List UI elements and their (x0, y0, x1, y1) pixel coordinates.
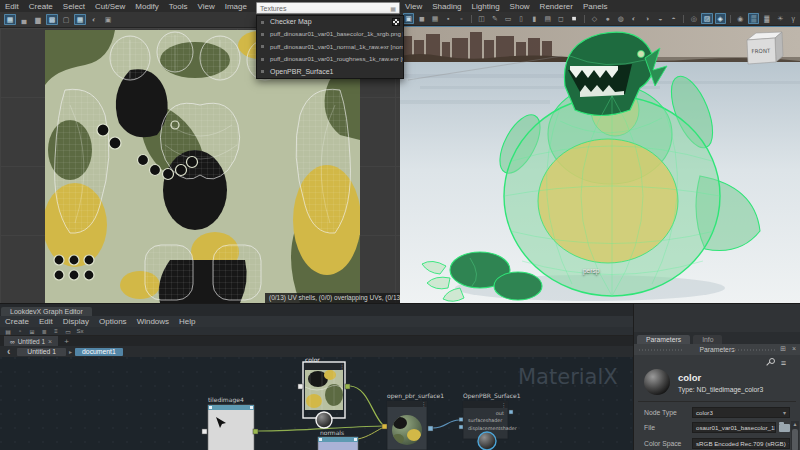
node-type-row: Node Type color3 ▾ (644, 407, 794, 418)
graph-menu-windows[interactable]: Windows (132, 317, 174, 326)
vp-menu-shading[interactable]: Shading (427, 2, 466, 11)
dim-image-icon[interactable]: ▢ (60, 14, 72, 25)
tab-info[interactable]: Info (693, 335, 722, 344)
select-camera-icon[interactable]: ▣ (403, 13, 414, 24)
uv-menu-select[interactable]: Select (58, 2, 90, 11)
safe-action-icon[interactable]: ◻ (555, 13, 566, 24)
uv-menu-tools[interactable]: Tools (164, 2, 193, 11)
grease-pencil-icon[interactable]: ✎ (489, 13, 500, 24)
camera-name-label[interactable]: persp (583, 267, 599, 274)
wireframe-on-shaded-icon[interactable]: ◈ (715, 13, 726, 24)
dropdown-item-checker-map[interactable]: Checker Map (257, 16, 403, 28)
texture-placement-icon[interactable]: ▒ (748, 13, 759, 24)
close-tab-icon[interactable]: × (48, 338, 52, 345)
textures-search-input[interactable]: Textures ▦ (256, 2, 400, 14)
two-panes-side-by-side-icon[interactable]: ◫ (476, 13, 487, 24)
safe-title-icon[interactable]: ◽ (569, 13, 580, 24)
image-plane-icon[interactable]: ▫ (456, 13, 467, 24)
dropdown-item-roughness[interactable]: puff_dinosaur01_var01_roughness_1k_raw.e… (257, 53, 403, 65)
bookmark-icon[interactable]: ▪ (443, 13, 454, 24)
field-chart-icon[interactable]: ▤ (542, 13, 553, 24)
dock-icon[interactable]: ⊞ (780, 345, 786, 353)
uv-menu-edit[interactable]: Edit (0, 2, 24, 11)
hamburger-menu-icon[interactable]: ≡ (781, 359, 786, 367)
folder-browse-icon[interactable] (779, 424, 790, 432)
node-graph-canvas[interactable]: MaterialX tiledimage4 (0, 357, 633, 450)
camera-attributes-icon[interactable]: ▦ (429, 13, 440, 24)
node-state-icon[interactable]: ▫ (15, 327, 25, 335)
screen-space-ao-icon[interactable]: ◒ (655, 13, 666, 24)
file-label: File (644, 424, 692, 431)
histogram-b-icon[interactable]: ▆ (32, 14, 44, 25)
gate-mask-icon[interactable]: ▮ (529, 13, 540, 24)
params-scrollbar[interactable]: ▲ (791, 421, 799, 450)
vp-menu-lighting[interactable]: Lighting (467, 2, 505, 11)
viewcube-front-label: FRONT (751, 48, 771, 55)
uv-menu-view[interactable]: View (193, 2, 220, 11)
close-icon[interactable]: × (792, 345, 796, 352)
pin-icon[interactable] (765, 358, 774, 367)
uv-menu-cut-sew[interactable]: Cut/Sew (90, 2, 130, 11)
file-input[interactable]: osaur01_var01_basecolor_1k_srgb.png (692, 422, 776, 433)
new-tab-button[interactable]: + (58, 336, 75, 346)
dropdown-item-basecolor[interactable]: puff_dinosaur01_var01_basecolor_1k_srgb.… (257, 28, 403, 40)
xray-icon[interactable]: ▨ (701, 13, 712, 24)
graph-menu-help[interactable]: Help (174, 317, 200, 326)
drag-handle[interactable] (732, 349, 776, 351)
dropdown-item-normal[interactable]: puff_dinosaur01_var01_normal_1k_raw.exr … (257, 41, 403, 53)
layout-vertical-icon[interactable]: ≡ (51, 327, 61, 335)
vp-menu-renderer[interactable]: Renderer (535, 2, 578, 11)
drag-handle[interactable] (639, 349, 683, 351)
graph-menu-edit[interactable]: Edit (34, 317, 58, 326)
checker-tiles-icon[interactable]: ▩ (46, 14, 58, 25)
scrollbar-thumb[interactable] (792, 429, 798, 450)
pixel-grid-icon[interactable]: ▦ (74, 14, 86, 25)
exposure-icon[interactable]: ☀ (774, 13, 785, 24)
vp-menu-show[interactable]: Show (505, 2, 535, 11)
tab-parameters[interactable]: Parameters (637, 335, 690, 344)
textured-icon[interactable]: ◍ (615, 13, 626, 24)
breadcrumb-back-icon[interactable]: ‹ (7, 347, 10, 356)
node-color[interactable]: color ⋮ (298, 357, 350, 428)
uv-menu-modify[interactable]: Modify (130, 2, 164, 11)
uv-menu-create[interactable]: Create (24, 2, 58, 11)
shadows-icon[interactable]: ◑ (642, 13, 653, 24)
layout-horizontal-icon[interactable]: ≣ (39, 327, 49, 335)
graph-toolbar: ▤▫⊞≣≡▭Sx (0, 327, 633, 336)
display-image-icon[interactable]: ▦ (4, 14, 16, 25)
wireframe-icon[interactable]: ◇ (589, 13, 600, 24)
uv-menu-image[interactable]: Image (220, 2, 252, 11)
viewcube[interactable]: FRONT (747, 32, 783, 64)
film-gate-icon[interactable]: ▭ (502, 13, 513, 24)
smooth-shade-icon[interactable]: ● (602, 13, 613, 24)
create-node-icon[interactable]: ▤ (3, 327, 13, 335)
viewport-3d-view[interactable]: FRONT (400, 26, 800, 303)
gamma-icon[interactable]: γ (788, 13, 799, 24)
resolution-gate-icon[interactable]: ▯ (516, 13, 527, 24)
graph-menu-display[interactable]: Display (58, 317, 94, 326)
uv-snapshot-icon[interactable]: ▣ (102, 14, 114, 25)
default-material-icon[interactable]: ◉ (735, 13, 746, 24)
dropdown-item-openpbr-surface[interactable]: OpenPBR_Surface1 (257, 66, 403, 78)
frame-selection-icon[interactable]: ▭ (63, 327, 73, 335)
color-space-select[interactable]: sRGB Encoded Rec.709 (sRGB) ▾ (692, 438, 790, 449)
histogram-a-icon[interactable]: ▄ (18, 14, 30, 25)
shaded-uv-icon[interactable]: ◐ (88, 14, 100, 25)
anti-alias-icon[interactable]: ▓ (761, 13, 772, 24)
expand-collapse-icon[interactable]: Sx (75, 327, 85, 335)
breadcrumb-root[interactable]: Untitled 1 (17, 348, 66, 356)
vp-menu-view[interactable]: View (400, 2, 427, 11)
lock-camera-icon[interactable]: ◼ (416, 13, 427, 24)
add-node-tab-icon[interactable]: ⊞ (27, 327, 37, 335)
document-tab-untitled-1[interactable]: ∞ Untitled 1 × (4, 336, 58, 346)
graph-menu-options[interactable]: Options (94, 317, 132, 326)
motion-blur-icon[interactable]: ◓ (668, 13, 679, 24)
graph-panel-tab[interactable]: LookdevX Graph Editor (1, 307, 92, 316)
node-type-select[interactable]: color3 ▾ (692, 407, 790, 418)
scroll-up-icon[interactable]: ▲ (793, 421, 798, 428)
graph-menu-create[interactable]: Create (0, 317, 34, 326)
isolate-select-icon[interactable]: ◎ (688, 13, 699, 24)
use-all-lights-icon[interactable]: ◐ (628, 13, 639, 24)
vp-menu-panels[interactable]: Panels (578, 2, 612, 11)
breadcrumb-current[interactable]: document1 (75, 348, 123, 356)
